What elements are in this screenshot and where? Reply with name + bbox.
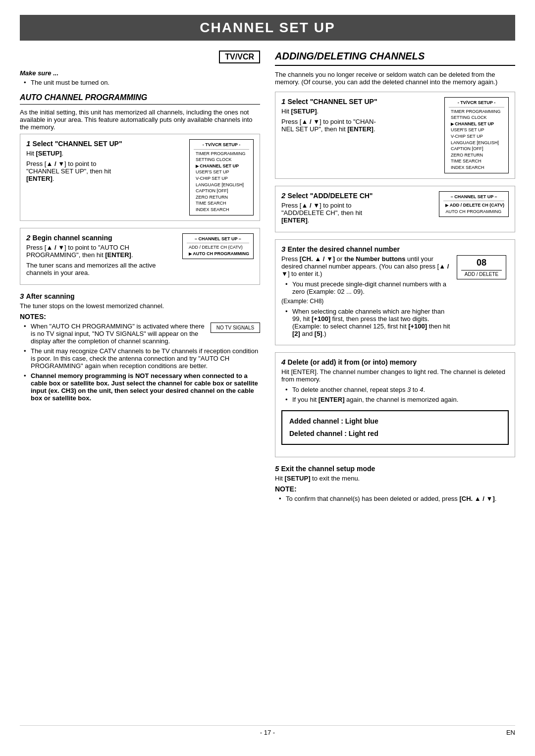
right-step4-bullet1: To delete another channel, repeat steps …: [288, 386, 509, 393]
main-title: CHANNEL SET UP: [20, 15, 515, 41]
left-step3-heading: After scanning: [26, 292, 75, 300]
locale: EN: [275, 729, 515, 736]
make-sure-item: The unit must be turned on.: [27, 79, 260, 86]
page-number: - 17 -: [260, 729, 275, 736]
right-step1-menu: - TV/VCR SETUP - TIMER PROGRAMMING SETTI…: [444, 97, 509, 173]
right-step3-bullets: You must precede single-digit channel nu…: [281, 280, 450, 295]
left-step-3: 3 After scanning The tuner stops on the …: [20, 292, 260, 402]
color-info-box: Added channel : Light blue Deleted chann…: [281, 410, 509, 445]
right-step5-line1: Hit [SETUP] to exit the menu.: [275, 475, 515, 482]
channel-display: 08 ADD / DELETE: [457, 255, 506, 279]
right-step1-line1: Hit [SETUP].: [281, 108, 440, 115]
left-step2-number: 2: [26, 233, 33, 242]
right-step5-note-title: NOTE:: [275, 485, 515, 493]
right-step-4: 4 Delete (or add) it from (or into) memo…: [275, 352, 515, 457]
right-step-1: 1 Select "CHANNEL SET UP" Hit [SETUP]. P…: [275, 92, 515, 179]
right-step3-line1: Press [CH. ▲ / ▼] or the Number buttons …: [281, 255, 450, 277]
tv-vcr-badge: TV/VCR: [219, 51, 260, 63]
right-step2-heading: Select "ADD/DELETE CH": [288, 192, 373, 200]
adding-deleting-title: ADDING/DELETING CHANNELS: [275, 51, 515, 66]
right-step1-line2: Press [▲ / ▼] to point to "CHAN-NEL SET …: [281, 118, 440, 133]
channel-add-delete-label: ADD / DELETE: [461, 270, 502, 277]
left-step-2: 2 Begin channel scanning Press [▲ / ▼] t…: [20, 228, 260, 285]
left-column: TV/VCR Make sure ... The unit must be tu…: [20, 51, 260, 715]
left-step2-line2: The tuner scans and memorizes all the ac…: [26, 262, 178, 276]
color-info-line1: Added channel : Light blue: [289, 415, 501, 428]
page-footer: - 17 - EN: [20, 725, 515, 736]
left-step3-notes-title: NOTES:: [20, 313, 260, 321]
right-step4-line1: Hit [ENTER]. The channel number changes …: [281, 368, 509, 383]
right-step-5: 5 Exit the channel setup mode Hit [SETUP…: [275, 464, 515, 502]
right-step4-number: 4: [281, 358, 288, 366]
channel-number: 08: [461, 258, 502, 268]
right-step5-notes: To confirm that channel(s) has been dele…: [275, 495, 515, 502]
right-step5-number: 5: [275, 464, 281, 473]
right-step3-bullet1: You must precede single-digit channel nu…: [288, 280, 450, 295]
right-step5-note1: To confirm that channel(s) has been dele…: [282, 495, 515, 502]
left-step3-note2: The unit may recognize CATV channels to …: [27, 347, 260, 370]
left-step3-number: 3: [20, 292, 26, 300]
left-step3-note1-text: When "AUTO CH PROGRAMMING" is activated …: [31, 323, 206, 345]
right-step2-menu: – CHANNEL SET UP – ADD / DELETE CH (CATV…: [439, 191, 509, 217]
right-step3-number: 3: [281, 245, 288, 253]
page: CHANNEL SET UP TV/VCR Make sure ... The …: [0, 0, 535, 756]
adding-deleting-intro: The channels you no longer receive or se…: [275, 71, 515, 86]
right-step-3: 3 Enter the desired channel number Press…: [275, 239, 515, 345]
right-step3-example: (Example: CH8): [281, 298, 450, 305]
left-step1-number: 1: [26, 139, 33, 148]
no-signal-display: NO TV SIGNALS: [211, 323, 260, 333]
right-step4-bullet2: If you hit [ENTER] again, the channel is…: [288, 396, 509, 403]
right-step2-line1: Press [▲ / ▼] to point to"ADD/DELETE CH"…: [281, 202, 435, 224]
auto-channel-title: AUTO CHANNEL PROGRAMMING: [20, 93, 260, 105]
right-step3-bullet2-container: When selecting cable channels which are …: [281, 308, 450, 337]
color-info-line2: Deleted channel : Light red: [289, 428, 501, 440]
right-column: ADDING/DELETING CHANNELS The channels yo…: [275, 51, 515, 715]
left-step1-menu: - TV/VCR SETUP - TIMER PROGRAMMING SETTI…: [189, 139, 254, 216]
auto-channel-desc: As the initial setting, this unit has me…: [20, 108, 260, 131]
left-step1-line1: Hit [SETUP].: [26, 150, 185, 157]
right-step1-number: 1: [281, 97, 288, 106]
left-step-1: 1 Select "CHANNEL SET UP" Hit [SETUP]. P…: [20, 134, 260, 221]
left-step2-heading: Begin channel scanning: [33, 234, 112, 242]
right-step1-heading: Select "CHANNEL SET UP": [288, 98, 377, 106]
right-step4-bullets: To delete another channel, repeat steps …: [281, 386, 509, 403]
left-step2-line1: Press [▲ / ▼] to point to "AUTO CH PROGR…: [26, 244, 178, 259]
left-step2-menu: – CHANNEL SET UP – ADD / DELETE CH (CATV…: [182, 233, 254, 260]
left-step3-notes: When "AUTO CH PROGRAMMING" is activated …: [20, 323, 260, 402]
right-step2-number: 2: [281, 191, 288, 200]
left-step1-line2: Press [▲ / ▼] to point to"CHANNEL SET UP…: [26, 160, 185, 182]
right-step3-heading: Enter the desired channel number: [288, 245, 400, 253]
right-step4-heading: Delete (or add) it from (or into) memory: [288, 358, 417, 366]
left-step1-heading: Select "CHANNEL SET UP": [33, 140, 122, 148]
left-step3-note1: When "AUTO CH PROGRAMMING" is activated …: [27, 323, 260, 345]
make-sure-label: Make sure ...: [20, 69, 260, 77]
left-step3-note3: Channel memory programming is NOT necess…: [27, 372, 260, 402]
right-step-2: 2 Select "ADD/DELETE CH" Press [▲ / ▼] t…: [275, 186, 515, 232]
right-step3-bullet2: When selecting cable channels which are …: [288, 308, 450, 337]
left-step3-line1: The tuner stops on the lowest memorized …: [20, 302, 260, 310]
right-step5-heading: Exit the channel setup mode: [281, 465, 375, 473]
